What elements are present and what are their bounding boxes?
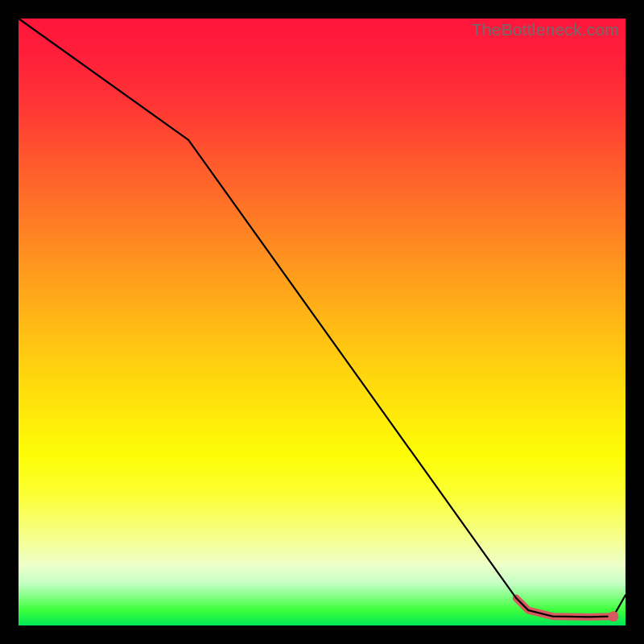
bottleneck-curve-line	[19, 19, 625, 617]
chart-svg	[19, 19, 625, 625]
plot-area: TheBottleneck.com	[19, 19, 625, 625]
marker-dot	[608, 611, 618, 621]
chart-frame: TheBottleneck.com	[0, 0, 644, 644]
optimal-range-highlight	[516, 598, 613, 617]
